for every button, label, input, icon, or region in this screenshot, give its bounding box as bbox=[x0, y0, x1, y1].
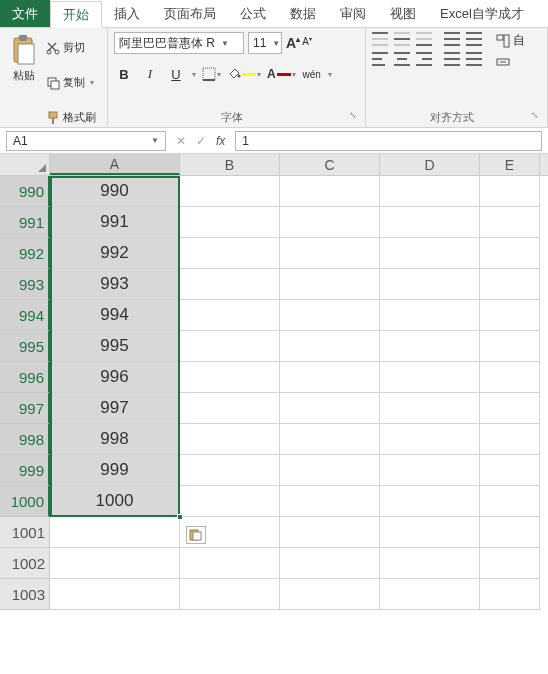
menu-tab-8[interactable]: Excel自学成才 bbox=[428, 0, 536, 27]
row-header[interactable]: 993 bbox=[0, 269, 50, 300]
cell[interactable] bbox=[280, 269, 380, 300]
decrease-indent-button[interactable] bbox=[444, 32, 460, 46]
row-header[interactable]: 990 bbox=[0, 176, 50, 207]
cell[interactable]: 990 bbox=[50, 176, 180, 207]
cell[interactable] bbox=[480, 176, 540, 207]
row-header[interactable]: 1000 bbox=[0, 486, 50, 517]
align-top-button[interactable] bbox=[372, 32, 388, 46]
border-button[interactable]: ▾ bbox=[202, 67, 221, 81]
accept-formula-button[interactable]: ✓ bbox=[196, 134, 206, 148]
row-header[interactable]: 998 bbox=[0, 424, 50, 455]
row-header[interactable]: 995 bbox=[0, 331, 50, 362]
cell[interactable]: 997 bbox=[50, 393, 180, 424]
cell[interactable] bbox=[280, 486, 380, 517]
cell[interactable] bbox=[180, 393, 280, 424]
cell[interactable] bbox=[380, 486, 480, 517]
cell[interactable] bbox=[180, 269, 280, 300]
italic-button[interactable]: I bbox=[140, 64, 160, 84]
underline-button[interactable]: U bbox=[166, 64, 186, 84]
cell[interactable]: 991 bbox=[50, 207, 180, 238]
row-header[interactable]: 1001 bbox=[0, 517, 50, 548]
fx-button[interactable]: fx bbox=[216, 134, 225, 148]
cell[interactable] bbox=[480, 517, 540, 548]
cancel-formula-button[interactable]: ✕ bbox=[176, 134, 186, 148]
row-header[interactable]: 999 bbox=[0, 455, 50, 486]
cell[interactable] bbox=[480, 362, 540, 393]
cell[interactable] bbox=[180, 300, 280, 331]
bold-button[interactable]: B bbox=[114, 64, 134, 84]
row-header[interactable]: 991 bbox=[0, 207, 50, 238]
font-launcher-icon[interactable]: ⤡ bbox=[349, 110, 357, 120]
cell[interactable] bbox=[380, 238, 480, 269]
cell[interactable] bbox=[180, 486, 280, 517]
row-header[interactable]: 1003 bbox=[0, 579, 50, 610]
cell[interactable] bbox=[280, 517, 380, 548]
align-middle-button[interactable] bbox=[394, 32, 410, 46]
cell[interactable] bbox=[180, 362, 280, 393]
menu-tab-5[interactable]: 数据 bbox=[278, 0, 328, 27]
cell[interactable] bbox=[280, 393, 380, 424]
column-header-d[interactable]: D bbox=[380, 154, 480, 175]
cell[interactable]: 999 bbox=[50, 455, 180, 486]
column-header-b[interactable]: B bbox=[180, 154, 280, 175]
merge-button[interactable] bbox=[496, 55, 525, 69]
column-header-c[interactable]: C bbox=[280, 154, 380, 175]
decrease-indent2-button[interactable] bbox=[444, 52, 460, 66]
cell[interactable] bbox=[180, 331, 280, 362]
cell[interactable] bbox=[50, 517, 180, 548]
menu-tab-6[interactable]: 审阅 bbox=[328, 0, 378, 27]
copy-button[interactable]: 复制▾ bbox=[46, 67, 96, 98]
cell[interactable] bbox=[380, 269, 480, 300]
cell[interactable] bbox=[380, 393, 480, 424]
cell[interactable] bbox=[480, 207, 540, 238]
cell[interactable] bbox=[380, 362, 480, 393]
cell[interactable] bbox=[380, 424, 480, 455]
cell[interactable] bbox=[380, 331, 480, 362]
row-header[interactable]: 996 bbox=[0, 362, 50, 393]
menu-tab-4[interactable]: 公式 bbox=[228, 0, 278, 27]
cell[interactable] bbox=[480, 424, 540, 455]
cell[interactable] bbox=[280, 579, 380, 610]
cell[interactable] bbox=[380, 300, 480, 331]
decrease-font-button[interactable]: A▾ bbox=[302, 35, 312, 51]
cell[interactable] bbox=[480, 269, 540, 300]
menu-tab-2[interactable]: 插入 bbox=[102, 0, 152, 27]
cell[interactable] bbox=[480, 300, 540, 331]
menu-tab-7[interactable]: 视图 bbox=[378, 0, 428, 27]
cell[interactable] bbox=[380, 176, 480, 207]
cell[interactable]: 992 bbox=[50, 238, 180, 269]
align-right-button[interactable] bbox=[416, 52, 432, 66]
cell[interactable] bbox=[180, 424, 280, 455]
cell[interactable] bbox=[180, 548, 280, 579]
column-header-a[interactable]: A bbox=[50, 154, 180, 175]
row-header[interactable]: 992 bbox=[0, 238, 50, 269]
increase-indent-button[interactable] bbox=[466, 32, 482, 46]
column-header-e[interactable]: E bbox=[480, 154, 540, 175]
cell[interactable] bbox=[480, 579, 540, 610]
cell[interactable] bbox=[380, 455, 480, 486]
cell[interactable] bbox=[380, 517, 480, 548]
cell[interactable]: 998 bbox=[50, 424, 180, 455]
worksheet-grid[interactable]: A B C D E 990990991991992992993993994994… bbox=[0, 154, 548, 610]
cell[interactable] bbox=[280, 207, 380, 238]
font-color-button[interactable]: A▾ bbox=[267, 67, 296, 81]
font-name-combo[interactable]: 阿里巴巴普惠体 R▼ bbox=[114, 32, 244, 54]
cell[interactable] bbox=[280, 362, 380, 393]
font-size-combo[interactable]: 11▼ bbox=[248, 32, 282, 54]
menu-tab-1[interactable]: 开始 bbox=[50, 1, 102, 28]
align-launcher-icon[interactable]: ⤡ bbox=[531, 110, 539, 120]
align-center-button[interactable] bbox=[394, 52, 410, 66]
cell[interactable] bbox=[480, 238, 540, 269]
cell[interactable] bbox=[50, 548, 180, 579]
menu-tab-3[interactable]: 页面布局 bbox=[152, 0, 228, 27]
cell[interactable] bbox=[180, 238, 280, 269]
cell[interactable] bbox=[280, 300, 380, 331]
cell[interactable] bbox=[280, 176, 380, 207]
row-header[interactable]: 997 bbox=[0, 393, 50, 424]
cell[interactable] bbox=[180, 176, 280, 207]
format-painter-button[interactable]: 格式刷 bbox=[46, 102, 96, 133]
phonetic-button[interactable]: wén bbox=[302, 64, 322, 84]
align-bottom-button[interactable] bbox=[416, 32, 432, 46]
row-header[interactable]: 994 bbox=[0, 300, 50, 331]
formula-bar[interactable]: 1 bbox=[235, 131, 542, 151]
